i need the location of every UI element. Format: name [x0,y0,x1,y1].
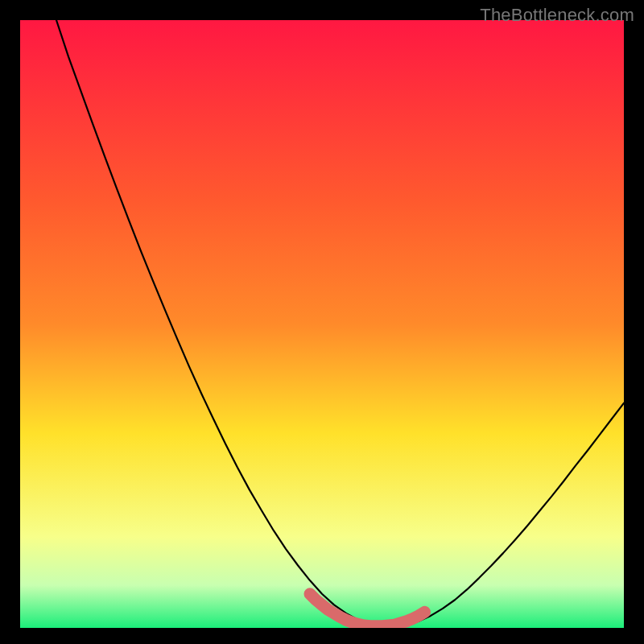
watermark-label: TheBottleneck.com [480,5,634,26]
chart-svg [20,20,624,628]
svg-rect-0 [20,20,624,628]
bottleneck-chart [20,20,624,628]
